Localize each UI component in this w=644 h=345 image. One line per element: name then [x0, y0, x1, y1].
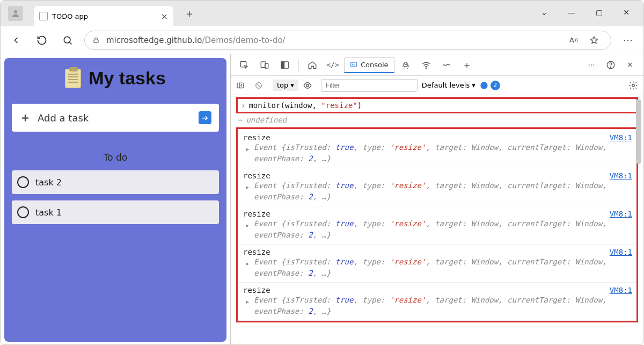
log-detail[interactable]: ▸Event {isTrusted: true, type: 'resize',…: [243, 294, 632, 317]
page-title-text: My tasks: [89, 68, 166, 89]
favorite-button[interactable]: [585, 31, 603, 49]
devtools-close-button[interactable]: ✕: [621, 57, 639, 73]
expand-icon[interactable]: ▸: [245, 220, 250, 231]
context-label: top: [277, 81, 288, 89]
console-log-entry[interactable]: resizeVM8:1▸Event {isTrusted: true, type…: [238, 245, 636, 283]
task-item[interactable]: task 1: [12, 200, 219, 224]
devtools-help-button[interactable]: [602, 57, 620, 73]
maximize-button[interactable]: ▢: [590, 5, 608, 20]
issues-count: 2: [491, 81, 500, 90]
clear-console-button[interactable]: [254, 81, 268, 90]
url-path: /Demos/demo-to-do/: [202, 35, 285, 45]
network-tab-icon[interactable]: [417, 57, 435, 73]
context-selector[interactable]: top ▾: [273, 80, 298, 91]
log-source-link[interactable]: VM8:1: [610, 210, 632, 218]
expand-icon[interactable]: ▸: [245, 182, 250, 193]
section-heading: To do: [12, 152, 219, 163]
expand-icon[interactable]: ▸: [245, 296, 250, 307]
svg-point-15: [306, 84, 309, 87]
svg-rect-3: [240, 61, 246, 67]
new-tab-button[interactable]: ＋: [180, 4, 199, 23]
profile-icon[interactable]: [8, 6, 23, 21]
inspect-element-button[interactable]: [235, 57, 253, 73]
lock-icon: [92, 37, 100, 44]
svg-point-1: [64, 37, 70, 43]
window-controls: ⌄ — ▢ ✕: [527, 5, 643, 20]
more-tabs-button[interactable]: ＋: [458, 57, 476, 73]
expand-icon[interactable]: ▸: [245, 258, 250, 269]
console-log-entry[interactable]: resizeVM8:1▸Event {isTrusted: true, type…: [238, 283, 636, 321]
tab-close-button[interactable]: ×: [161, 11, 168, 21]
refresh-button[interactable]: [33, 31, 51, 49]
submit-task-button[interactable]: ➔: [199, 111, 211, 124]
welcome-tab[interactable]: [303, 57, 321, 73]
live-expression-button[interactable]: [303, 81, 317, 90]
search-tabs-button[interactable]: [58, 31, 77, 49]
console-filter-bar: top ▾ Default levels ▾ 2: [231, 76, 643, 95]
minimize-button[interactable]: —: [562, 5, 581, 20]
prompt-icon: ›: [241, 101, 245, 110]
sources-tab-icon[interactable]: [397, 57, 415, 73]
plus-icon: ＋: [19, 110, 31, 126]
svg-point-9: [404, 62, 407, 64]
task-item[interactable]: task 2: [12, 170, 219, 194]
console-return-row: ↩ undefined: [238, 116, 638, 124]
log-source-link[interactable]: VM8:1: [610, 286, 632, 294]
log-event-name: resize: [243, 133, 270, 142]
log-source-link[interactable]: VM8:1: [610, 171, 632, 180]
console-log-entry[interactable]: resizeVM8:1▸Event {isTrusted: true, type…: [238, 130, 636, 168]
console-settings-button[interactable]: [628, 81, 638, 90]
svg-point-17: [632, 84, 635, 87]
console-input-highlight: › monitor(window, "resize"): [236, 97, 638, 113]
browser-tab[interactable]: TODO app ×: [34, 6, 173, 26]
tab-title: TODO app: [52, 12, 88, 20]
main-area: My tasks ＋ Add a task ➔ To do task 2task…: [1, 54, 643, 345]
console-tab-label: Console: [361, 61, 389, 69]
scrollbar-thumb[interactable]: [636, 99, 641, 164]
console-log-entry[interactable]: resizeVM8:1▸Event {isTrusted: true, type…: [238, 206, 636, 245]
svg-point-0: [14, 10, 17, 13]
task-checkbox[interactable]: [17, 176, 29, 188]
read-aloud-button[interactable]: A)): [565, 31, 583, 49]
address-field[interactable]: microsoftedge.github.io/Demos/demo-to-do…: [84, 31, 611, 50]
console-tab[interactable]: Console: [344, 57, 394, 73]
tab-favicon-icon: [39, 12, 48, 20]
console-log-entry[interactable]: resizeVM8:1▸Event {isTrusted: true, type…: [238, 168, 636, 206]
back-button[interactable]: [7, 31, 25, 49]
log-source-link[interactable]: VM8:1: [610, 248, 632, 256]
todo-panel: My tasks ＋ Add a task ➔ To do task 2task…: [4, 58, 226, 342]
devtools-more-button[interactable]: ⋯: [582, 57, 601, 73]
performance-tab-icon[interactable]: [437, 57, 456, 73]
filter-input[interactable]: [321, 79, 418, 92]
task-list: task 2task 1: [12, 170, 219, 224]
svg-point-12: [610, 67, 611, 67]
return-arrow-icon: ↩: [238, 116, 243, 124]
task-label: task 2: [35, 177, 62, 188]
log-source-link[interactable]: VM8:1: [610, 133, 632, 142]
devtools-panel: </> Console ＋ ⋯ ✕: [230, 54, 643, 345]
add-task-input[interactable]: ＋ Add a task ➔: [12, 104, 219, 132]
log-detail[interactable]: ▸Event {isTrusted: true, type: 'resize',…: [243, 218, 632, 241]
page-title: My tasks: [12, 68, 219, 89]
browser-menu-button[interactable]: ⋯: [619, 31, 637, 49]
log-detail[interactable]: ▸Event {isTrusted: true, type: 'resize',…: [243, 142, 632, 164]
issues-button[interactable]: 2: [480, 81, 500, 90]
dock-side-button[interactable]: [276, 57, 294, 73]
console-input[interactable]: monitor(window, "resize"): [248, 101, 362, 110]
url-bar: microsoftedge.github.io/Demos/demo-to-do…: [1, 26, 643, 54]
task-label: task 1: [35, 207, 62, 218]
task-checkbox[interactable]: [17, 206, 29, 218]
scrollbar-track[interactable]: [635, 97, 642, 343]
log-detail[interactable]: ▸Event {isTrusted: true, type: 'resize',…: [243, 256, 632, 279]
log-detail[interactable]: ▸Event {isTrusted: true, type: 'resize',…: [243, 180, 632, 203]
device-emulation-button[interactable]: [255, 57, 274, 73]
svg-point-16: [480, 82, 487, 89]
console-sidebar-toggle[interactable]: [236, 81, 250, 90]
log-event-name: resize: [243, 210, 270, 218]
elements-tab[interactable]: </>: [324, 57, 342, 73]
window-close-button[interactable]: ✕: [618, 5, 635, 20]
chevron-down-icon[interactable]: ⌄: [536, 5, 553, 20]
log-levels-selector[interactable]: Default levels ▾: [422, 81, 475, 89]
expand-icon[interactable]: ▸: [245, 143, 250, 155]
add-task-placeholder: Add a task: [38, 112, 89, 124]
